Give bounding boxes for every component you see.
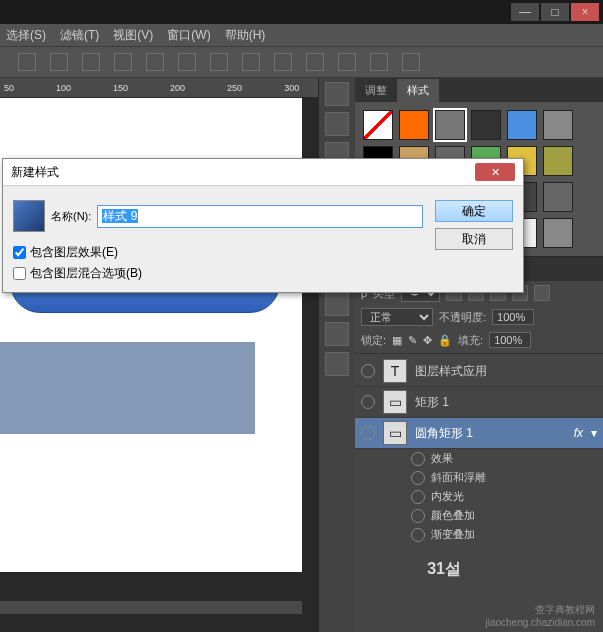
ruler-tick: 50 — [4, 83, 14, 93]
new-style-dialog: 新建样式 ✕ 名称(N): 样式 9 包含图层效果(E) 包含图层混合选项(B)… — [2, 158, 524, 293]
window-close-button[interactable]: × — [571, 3, 599, 21]
style-swatch[interactable] — [471, 110, 501, 140]
distribute-icon[interactable] — [306, 53, 324, 71]
menu-filter[interactable]: 滤镜(T) — [60, 27, 99, 44]
effect-gradient-overlay[interactable]: 渐变叠加 — [431, 527, 475, 542]
style-swatch[interactable] — [543, 110, 573, 140]
visibility-toggle-icon[interactable] — [411, 471, 425, 485]
filter-smart-icon[interactable] — [534, 285, 550, 301]
style-swatch[interactable] — [507, 110, 537, 140]
layer-item-rect[interactable]: ▭ 矩形 1 — [355, 387, 603, 418]
styles-panel-tabs: 调整 样式 — [355, 78, 603, 102]
include-effects-checkbox[interactable]: 包含图层效果(E) — [13, 244, 423, 261]
layers-panel: 图层 通道 路径 ρ 类型 ≑ 正常 不透明度: 锁定: ▦ — [355, 256, 603, 632]
distribute-icon[interactable] — [146, 53, 164, 71]
actions-icon[interactable] — [325, 292, 349, 316]
effects-heading: 效果 — [431, 451, 453, 466]
layer-item-roundrect[interactable]: ▭ 圆角矩形 1 fx ▾ — [355, 418, 603, 449]
layer-name: 矩形 1 — [415, 394, 449, 411]
shape-layer-icon: ▭ — [383, 390, 407, 414]
style-swatch[interactable] — [399, 110, 429, 140]
blend-mode-select[interactable]: 正常 — [361, 308, 433, 326]
visibility-toggle-icon[interactable] — [361, 395, 375, 409]
checkbox-icon[interactable] — [13, 267, 26, 280]
swatches-icon[interactable] — [325, 112, 349, 136]
ruler-tick: 300 — [284, 83, 299, 93]
lock-position-icon[interactable]: ✥ — [423, 334, 432, 347]
cancel-button[interactable]: 取消 — [435, 228, 513, 250]
fill-input[interactable] — [489, 332, 531, 348]
watermark-text: 查字典教程网 jiaocheng.chazidian.com — [485, 603, 595, 628]
maximize-button[interactable]: □ — [541, 3, 569, 21]
distribute-icon[interactable] — [274, 53, 292, 71]
visibility-toggle-icon[interactable] — [411, 509, 425, 523]
layer-name: 图层样式应用 — [415, 363, 487, 380]
distribute-icon[interactable] — [402, 53, 420, 71]
tab-styles[interactable]: 样式 — [397, 79, 439, 102]
distribute-icon[interactable] — [242, 53, 260, 71]
effect-color-overlay[interactable]: 颜色叠加 — [431, 508, 475, 523]
ok-button[interactable]: 确定 — [435, 200, 513, 222]
style-preview-swatch — [13, 200, 45, 232]
checkbox-label: 包含图层效果(E) — [30, 244, 118, 261]
tab-adjustments[interactable]: 调整 — [355, 79, 397, 102]
lock-transparency-icon[interactable]: ▦ — [392, 334, 402, 347]
fx-badge[interactable]: fx — [574, 426, 583, 440]
menu-bar: 选择(S) 滤镜(T) 视图(V) 窗口(W) 帮助(H) — [0, 24, 603, 46]
style-swatch[interactable] — [543, 218, 573, 248]
ruler-tick: 150 — [113, 83, 128, 93]
checkbox-label: 包含图层混合选项(B) — [30, 265, 142, 282]
layer-effects-list: 效果 斜面和浮雕 内发光 颜色叠加 渐变叠加 — [355, 449, 603, 544]
ruler-tick: 100 — [56, 83, 71, 93]
horizontal-scrollbar[interactable] — [0, 600, 302, 614]
rect-shape — [0, 342, 255, 434]
visibility-toggle-icon[interactable] — [411, 490, 425, 504]
distribute-icon[interactable] — [370, 53, 388, 71]
style-name-input[interactable]: 样式 9 — [97, 205, 423, 228]
shape-layer-icon: ▭ — [383, 421, 407, 445]
visibility-toggle-icon[interactable] — [361, 364, 375, 378]
menu-window[interactable]: 窗口(W) — [167, 27, 210, 44]
options-bar — [0, 46, 603, 78]
menu-view[interactable]: 视图(V) — [113, 27, 153, 44]
fill-label: 填充: — [458, 333, 483, 348]
include-blend-checkbox[interactable]: 包含图层混合选项(B) — [13, 265, 423, 282]
align-icon[interactable] — [50, 53, 68, 71]
minimize-button[interactable]: — — [511, 3, 539, 21]
chevron-down-icon[interactable]: ▾ — [591, 426, 597, 440]
style-swatch[interactable] — [435, 110, 465, 140]
menu-help[interactable]: 帮助(H) — [225, 27, 266, 44]
style-swatch[interactable] — [363, 110, 393, 140]
style-swatch[interactable] — [543, 182, 573, 212]
effect-inner-glow[interactable]: 内发光 — [431, 489, 464, 504]
style-swatch[interactable] — [543, 146, 573, 176]
lock-all-icon[interactable]: 🔒 — [438, 334, 452, 347]
info-icon[interactable] — [325, 322, 349, 346]
checkbox-icon[interactable] — [13, 246, 26, 259]
visibility-toggle-icon[interactable] — [361, 426, 375, 440]
layer-name: 圆角矩形 1 — [415, 425, 473, 442]
menu-select[interactable]: 选择(S) — [6, 27, 46, 44]
visibility-toggle-icon[interactable] — [411, 452, 425, 466]
ruler-tick: 200 — [170, 83, 185, 93]
dialog-close-button[interactable]: ✕ — [475, 163, 515, 181]
lock-label: 锁定: — [361, 333, 386, 348]
distribute-icon[interactable] — [114, 53, 132, 71]
lock-pixels-icon[interactable]: ✎ — [408, 334, 417, 347]
watermark-logo: 31설 — [427, 559, 461, 580]
visibility-toggle-icon[interactable] — [411, 528, 425, 542]
window-titlebar: — □ × — [0, 0, 603, 24]
layer-item-text[interactable]: T 图层样式应用 — [355, 356, 603, 387]
properties-icon[interactable] — [325, 352, 349, 376]
opacity-label: 不透明度: — [439, 310, 486, 325]
opacity-input[interactable] — [492, 309, 534, 325]
effect-bevel[interactable]: 斜面和浮雕 — [431, 470, 486, 485]
align-icon[interactable] — [18, 53, 36, 71]
text-layer-icon: T — [383, 359, 407, 383]
distribute-icon[interactable] — [338, 53, 356, 71]
align-icon[interactable] — [82, 53, 100, 71]
distribute-icon[interactable] — [178, 53, 196, 71]
ruler-tick: 250 — [227, 83, 242, 93]
history-icon[interactable] — [325, 82, 349, 106]
distribute-icon[interactable] — [210, 53, 228, 71]
